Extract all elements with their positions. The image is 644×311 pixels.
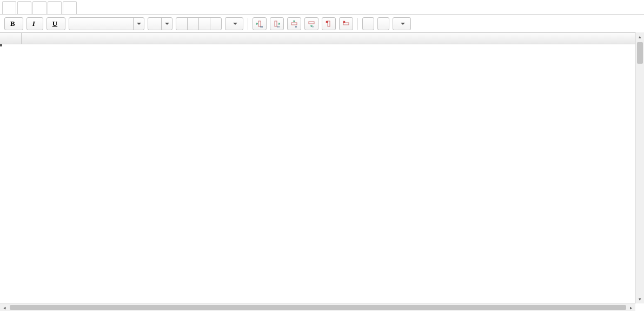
select-all-corner[interactable] [0,33,22,44]
insert-row-below-button[interactable]: n [304,17,318,30]
row-height-button[interactable] [377,17,389,30]
insert-row-above-icon: n [290,19,298,28]
menu-file[interactable] [2,1,16,14]
svg-rect-2 [275,21,277,26]
delete-row-icon [342,19,350,28]
insert-column-right-button[interactable]: m [270,17,284,30]
cell-selection [0,44,2,46]
svg-text:n: n [313,25,314,28]
bold-icon: B [10,19,15,28]
svg-rect-9 [343,23,349,25]
vertical-scroll-thumb[interactable] [637,42,643,64]
insert-row-above-button[interactable]: n [287,17,301,30]
scroll-right-arrow[interactable]: ▸ [627,304,635,311]
font-name-caret[interactable] [133,18,144,30]
menubar [0,0,644,14]
delete-cell-button[interactable] [393,17,411,30]
vertical-scrollbar[interactable]: ▴ ▾ [635,32,644,303]
delete-column-icon [324,19,333,28]
spreadsheet-grid [0,32,644,303]
font-size-caret[interactable] [161,18,172,30]
menu-insert[interactable] [32,1,47,14]
chevron-down-icon [401,23,405,25]
svg-rect-8 [328,21,330,26]
column-headers [0,32,644,44]
font-name-select[interactable] [69,17,144,30]
svg-text:n: n [295,25,297,28]
align-center-button[interactable] [187,17,199,30]
font-name-input[interactable] [69,18,133,30]
separator [248,18,248,30]
font-size-select[interactable] [148,17,172,30]
delete-row-button[interactable] [339,17,353,30]
align-right-button[interactable] [198,17,210,30]
separator [357,18,358,30]
menu-sheets[interactable] [48,1,62,14]
chevron-down-icon [137,23,141,25]
italic-icon: I [32,19,35,28]
scroll-up-arrow[interactable]: ▴ [636,32,644,41]
font-size-input[interactable] [148,18,161,30]
horizontal-scroll-thumb[interactable] [10,305,626,310]
insert-row-below-icon: n [307,19,316,28]
align-group [176,17,222,30]
svg-text:m: m [260,25,263,28]
delete-column-button[interactable] [322,17,336,30]
underline-button[interactable]: U [47,17,65,30]
svg-rect-6 [309,22,314,24]
italic-button[interactable]: I [26,17,43,30]
insert-column-right-icon: m [273,19,281,28]
chevron-down-icon [165,23,169,25]
bold-button[interactable]: B [4,17,23,30]
toolbar: B I U m m [0,14,644,32]
scroll-left-arrow[interactable]: ◂ [0,304,9,311]
align-justify-button[interactable] [210,17,222,30]
underline-icon: U [52,19,57,28]
clear-cell-button[interactable] [225,17,243,30]
menu-help[interactable] [63,1,77,14]
horizontal-scrollbar[interactable]: ◂ ▸ [0,303,635,311]
svg-text:m: m [277,25,280,28]
insert-column-left-icon: m [255,19,264,28]
scroll-down-arrow[interactable]: ▾ [636,295,644,303]
align-left-button[interactable] [176,17,188,30]
menu-format[interactable] [17,1,31,14]
chevron-down-icon [233,23,237,25]
insert-column-left-button[interactable]: m [253,17,267,30]
column-width-button[interactable] [362,17,374,30]
